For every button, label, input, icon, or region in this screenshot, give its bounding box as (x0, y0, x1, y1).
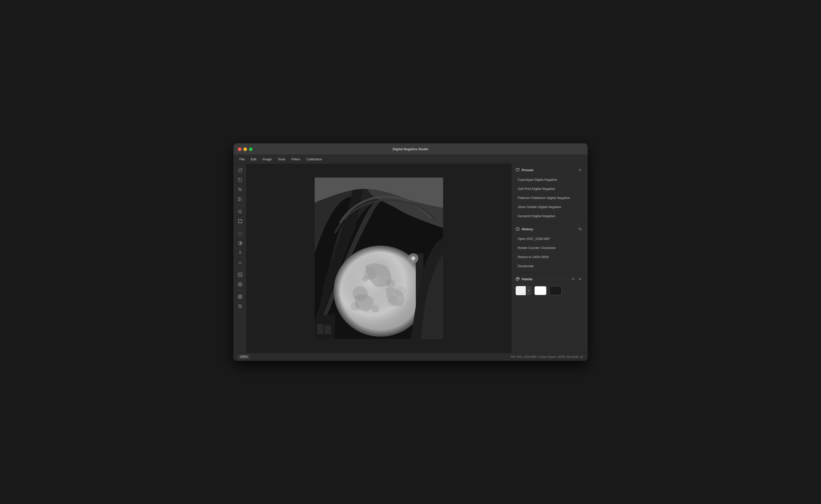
zoom-add-tool[interactable] (236, 302, 245, 311)
close-button[interactable] (238, 147, 242, 151)
settings-tool[interactable] (236, 280, 245, 289)
preset-item[interactable]: Salt Print Digital Negative (514, 184, 585, 193)
svg-rect-8 (241, 295, 242, 296)
tone-tool[interactable] (236, 239, 245, 248)
landscape-tool[interactable] (236, 270, 245, 279)
svg-rect-27 (317, 324, 324, 334)
left-toolbar (234, 164, 247, 353)
main-content: Presets Cyanotype Digital Negative Salt … (234, 164, 587, 353)
history-header: History (512, 223, 587, 234)
rotate-cw-tool[interactable] (236, 166, 245, 175)
curve-tool[interactable] (236, 258, 245, 267)
presets-section: Presets Cyanotype Digital Negative Salt … (512, 164, 587, 223)
white-swatch-2[interactable] (534, 286, 546, 295)
separator-2 (237, 227, 244, 228)
right-panel: Presets Cyanotype Digital Negative Salt … (511, 164, 587, 353)
history-title: History (516, 227, 533, 231)
menu-edit[interactable]: Edit (248, 156, 259, 162)
undo-history-button[interactable] (577, 226, 583, 232)
menu-calibration[interactable]: Calibration (304, 156, 325, 162)
perspective-tool[interactable] (236, 217, 245, 226)
preset-item[interactable]: Silver Gelatin Digital Negative (514, 203, 585, 211)
maximize-button[interactable] (249, 147, 253, 151)
flip-tool[interactable] (236, 195, 245, 204)
lasso-tool[interactable] (236, 229, 245, 238)
window-title: Digital Negative Studio (393, 147, 428, 151)
svg-point-34 (517, 278, 517, 279)
preset-item[interactable]: Cyanotype Digital Negative (514, 175, 585, 184)
main-image (315, 178, 443, 339)
file-info: File: DSC_0256.NEF | Colour Space: sRGB … (511, 355, 583, 358)
history-section: History Open DSC_0256.NEF Rotate Counter… (512, 223, 587, 273)
menu-file[interactable]: File (237, 156, 247, 162)
presets-header: Presets (512, 164, 587, 175)
svg-point-6 (240, 284, 241, 285)
statusbar: 100% File: DSC_0256.NEF | Colour Space: … (234, 353, 587, 360)
canvas-area[interactable] (247, 164, 511, 353)
palette-header: Palette (512, 273, 587, 284)
svg-rect-10 (241, 297, 242, 298)
separator-3 (237, 268, 244, 269)
menu-tools[interactable]: Tools (275, 156, 288, 162)
black-swatch[interactable] (549, 286, 562, 295)
minimize-button[interactable] (244, 147, 247, 151)
heart-icon (516, 168, 520, 172)
eye-dropper-tool[interactable] (236, 207, 245, 216)
svg-rect-7 (239, 295, 240, 296)
add-palette-button[interactable] (570, 276, 576, 282)
crop-tool[interactable] (236, 185, 245, 194)
palette-title: Palette (516, 277, 532, 281)
history-item[interactable]: Open DSC_0256.NEF (514, 234, 585, 243)
swatch-dropdown[interactable]: ▾ (526, 286, 531, 295)
svg-rect-0 (238, 198, 240, 201)
primary-color-swatch[interactable]: ▾ (516, 286, 531, 295)
separator-1 (237, 205, 244, 206)
palette-colors: ▾ (512, 284, 587, 297)
svg-rect-28 (325, 325, 331, 334)
svg-rect-9 (239, 297, 240, 298)
grid-tool[interactable] (236, 292, 245, 301)
palette-actions (570, 276, 583, 282)
white-swatch[interactable] (516, 286, 526, 295)
svg-point-30 (411, 256, 415, 260)
preset-item[interactable]: Gumprint Digital Negative (514, 212, 585, 220)
rotate-ccw-tool[interactable] (236, 175, 245, 185)
add-preset-button[interactable] (577, 167, 583, 173)
menu-filters[interactable]: Filters (289, 156, 303, 162)
close-palette-button[interactable] (577, 276, 583, 282)
svg-point-35 (517, 278, 518, 279)
clock-icon (516, 227, 520, 231)
menubar: File Edit Image Tools Filters Calibratio… (234, 155, 587, 164)
preset-item[interactable]: Platinum Palladium Digital Negative (514, 193, 585, 202)
menu-image[interactable]: Image (260, 156, 274, 162)
svg-rect-1 (241, 198, 242, 201)
app-window: Digital Negative Studio File Edit Image … (234, 143, 587, 361)
svg-point-3 (239, 232, 242, 235)
history-item[interactable]: Resize to 2400×3000 (514, 253, 585, 261)
titlebar: Digital Negative Studio (234, 144, 587, 155)
history-item[interactable]: Rotate Counter Clockwise (514, 243, 585, 252)
history-item[interactable]: Desaturate (514, 262, 585, 270)
presets-title: Presets (516, 168, 533, 172)
separator-4 (237, 290, 244, 291)
traffic-lights (238, 147, 253, 151)
svg-point-36 (518, 278, 519, 279)
palette-section: Palette (512, 273, 587, 300)
burn-tool[interactable] (236, 248, 245, 257)
zoom-indicator: 100% (238, 355, 250, 359)
palette-icon (516, 277, 520, 281)
